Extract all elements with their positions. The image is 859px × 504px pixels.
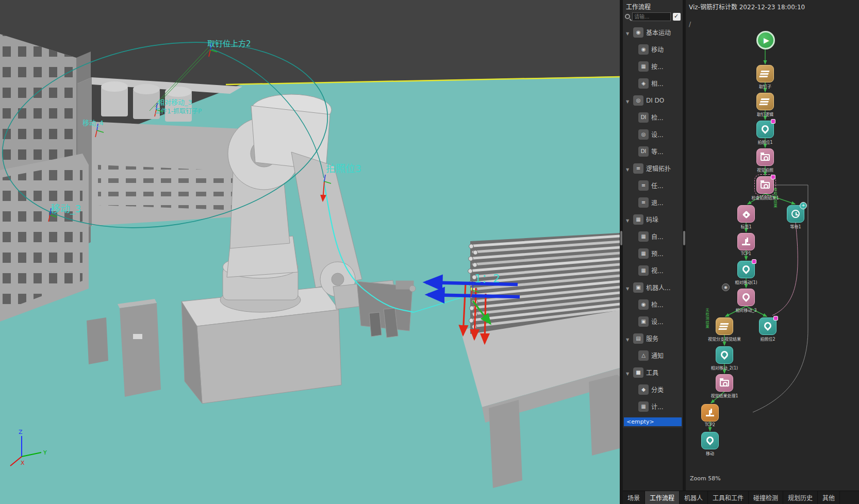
graph-node-move[interactable]: 移动	[701, 432, 719, 449]
chevron-down-icon	[626, 163, 631, 173]
visibility-badge-icon[interactable]: ◉	[722, 283, 730, 291]
tab-tools-workpiece[interactable]: 工具和工件	[708, 491, 749, 504]
graph-node-tcp-1[interactable]: TCP1	[737, 233, 755, 250]
di-icon: DI	[638, 112, 649, 123]
tree-cat-tools[interactable]: ■工具	[623, 364, 680, 381]
tree-item-wait-di[interactable]: DI等...	[623, 143, 680, 160]
pin-icon	[759, 317, 777, 335]
tree-cat-basic-motion[interactable]: ◉基本运动	[623, 24, 680, 41]
run-workflow-button[interactable]	[756, 31, 775, 49]
camera-check-icon: ◉	[638, 299, 649, 310]
waypoint-label: 拍照位3	[326, 163, 361, 174]
divider-scroll-thumb[interactable]	[683, 231, 685, 245]
empty-slot[interactable]: <empty>	[624, 417, 682, 426]
flag-badge-icon	[771, 119, 775, 124]
tab-collision-detect[interactable]: 碰撞检测	[749, 491, 783, 504]
graph-node-relative-move-3[interactable]: 相对移动_3	[737, 289, 755, 306]
search-input[interactable]	[632, 12, 671, 21]
stack-icon	[756, 65, 774, 82]
graph-node-vision-photo[interactable]: 视觉拍照	[756, 148, 774, 166]
clock-icon	[787, 205, 804, 223]
tree-item-check-di[interactable]: DI检...	[623, 109, 680, 126]
graph-node-pick-logic[interactable]: 取钉逻辑	[756, 93, 774, 110]
tree-cat-palletize[interactable]: ▦码垛	[623, 211, 680, 228]
service-icon: ▤	[633, 333, 643, 344]
graph-node-wait-1[interactable]: 等待1	[787, 205, 804, 223]
graph-node-label: 标签1	[730, 224, 763, 229]
graph-node-label-1[interactable]: 标签1	[737, 205, 755, 223]
tree-item-move[interactable]: ◉移动	[623, 41, 680, 58]
tree-cat-di-do[interactable]: ◎DI DO	[623, 92, 680, 109]
tree-item-auto[interactable]: ▦自...	[623, 228, 680, 245]
tree-item-classify[interactable]: ◆分类	[623, 381, 680, 398]
search-icon	[625, 14, 630, 19]
waypoint-label: 移动_3	[51, 203, 81, 215]
scene-canvas[interactable]: 取钉位上方2 相对移动_3 工件1-抓取钉子P 移动_4 移动_3 拍照位3 1…	[0, 0, 620, 504]
tree-item-task[interactable]: ≡任...	[623, 177, 680, 194]
tree-item-preset[interactable]: ▦预...	[623, 245, 680, 262]
graph-node-label: TCP1	[730, 251, 763, 256]
tree-item-exit[interactable]: ≡退...	[623, 194, 680, 211]
pin-icon	[737, 289, 755, 306]
graph-node-label: 拍照位1	[749, 139, 782, 145]
tree-item-notify[interactable]: △通知	[623, 347, 680, 364]
graph-node-label: 相对移动_3	[730, 307, 763, 313]
tab-workflow[interactable]: 工作流程	[645, 491, 680, 504]
tree-cat-robot[interactable]: ▣机器人...	[623, 279, 680, 296]
graph-node-vision-result[interactable]: 视觉结果处理1	[716, 374, 733, 392]
workflow-graph[interactable]: Viz-钢筋打标计数 2022-12-23 18:00:10 /	[686, 0, 859, 491]
tab-plan-history[interactable]: 规划历史	[783, 491, 818, 504]
tab-scene[interactable]: 场景	[623, 491, 645, 504]
relative-move-icon: ◈	[638, 78, 649, 89]
motion-icon: ◉	[633, 27, 643, 38]
tree-item-vision[interactable]: ▦视...	[623, 262, 680, 279]
checkbox-checked-icon[interactable]	[673, 13, 681, 21]
robot-set-icon: ▣	[638, 316, 649, 327]
graph-node-photo-pos-2[interactable]: 拍照位2	[759, 317, 777, 335]
divider-scroll-thumb[interactable]	[620, 231, 622, 245]
tab-other[interactable]: 其他	[818, 491, 840, 504]
graph-node-label: 视觉分支视觉结果	[708, 336, 741, 342]
axis-y-label: Y	[43, 449, 47, 456]
graph-node-label: 取钉逻辑	[749, 111, 782, 117]
graph-node-relative-move-1[interactable]: 相对移动(1)	[737, 261, 755, 278]
search-row	[625, 11, 681, 22]
status-bar: 场景 工作流程 机器人 工具和工件 碰撞检测 规划历史 其他	[623, 491, 859, 504]
vision-icon: ▦	[638, 265, 649, 276]
count-icon: ▦	[638, 401, 649, 412]
graph-node-relative-move-2[interactable]: 相对移动_2(1)	[716, 346, 733, 364]
robot-icon: ▣	[633, 282, 643, 293]
graph-node-label: 相对移动(1)	[730, 279, 763, 285]
tree-cat-logic[interactable]: ≡逻辑拓扑	[623, 160, 680, 177]
tag-icon	[737, 205, 755, 223]
palletize-icon: ▦	[633, 214, 643, 225]
tree-item-relative-move[interactable]: ◈相...	[623, 75, 680, 92]
tree-item-set-robot[interactable]: ▣设...	[623, 313, 680, 330]
tab-robot[interactable]: 机器人	[680, 491, 708, 504]
workflow-node-palette: 工作流程 ◉基本运动 ◉移动 ▦按... ◈相... ◎DI DO DI检...…	[623, 0, 683, 491]
chevron-down-icon	[626, 214, 631, 224]
graph-node-vision-branch[interactable]: 视觉分支视觉结果	[716, 317, 733, 335]
exit-icon: ≡	[638, 197, 649, 208]
move-icon: ◉	[638, 44, 649, 55]
pin-icon	[716, 346, 733, 364]
chevron-down-icon	[626, 282, 631, 292]
tree-cat-service[interactable]: ▤服务	[623, 330, 680, 347]
tree-item-count[interactable]: ▦计...	[623, 398, 680, 415]
graph-node-tcp-2[interactable]: TCP2	[701, 404, 719, 422]
waypoint-label: 移动_4	[82, 119, 104, 127]
tree-item-press[interactable]: ▦按...	[623, 58, 680, 75]
3d-viewport[interactable]: 取钉位上方2 相对移动_3 工件1-抓取钉子P 移动_4 移动_3 拍照位3 1…	[0, 0, 620, 504]
graph-node-photo-pos-1[interactable]: 拍照位1	[756, 121, 774, 138]
robot-icon	[701, 404, 719, 422]
tree-item-check-camera[interactable]: ◉检...	[623, 296, 680, 313]
tree-item-set-do[interactable]: ◎设...	[623, 126, 680, 143]
graph-node-label: 拍照位2	[751, 336, 784, 342]
graph-node-pick-nail[interactable]: 取钉子	[756, 65, 774, 82]
flag-badge-icon	[752, 259, 756, 264]
wait-di-icon: DI	[638, 146, 649, 157]
waypoint-label: 相对移动_3	[158, 98, 192, 106]
logic-icon: ≡	[633, 163, 643, 174]
graph-node-check-photo-result[interactable]: 检查拍照结果1	[756, 176, 774, 194]
auto-icon: ▦	[638, 231, 649, 242]
